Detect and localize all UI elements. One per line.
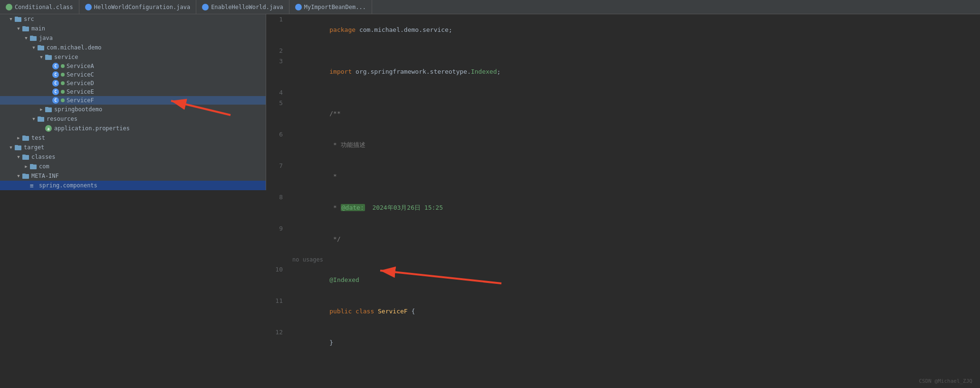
svg-rect-18: [22, 136, 26, 137]
token-semicolon-3: ;: [497, 68, 501, 75]
svg-rect-26: [22, 174, 26, 175]
sidebar-item-servicee[interactable]: C ServiceE: [0, 87, 266, 96]
code-line-6: 6 * 功能描述: [266, 129, 980, 161]
code-line-8: 8 * @date: 2024年03月26日 15:25: [266, 192, 980, 223]
token-brace-close: }: [329, 339, 333, 346]
svg-rect-7: [38, 45, 41, 47]
svg-rect-14: [38, 116, 41, 118]
code-line-3: 3 import org.springframework.stereotype.…: [266, 56, 980, 87]
chevron-com: ▼: [30, 44, 37, 51]
token-indexed-import: Indexed: [471, 68, 497, 75]
sidebar-item-springbootdemo[interactable]: ▶ springbootdemo: [0, 105, 266, 114]
sidebar-label-com2: com: [39, 163, 49, 170]
svg-text:a: a: [48, 127, 50, 131]
code-line-10: 10 @Indexed: [266, 264, 980, 296]
code-line-4: 4: [266, 87, 980, 98]
sidebar-label-target: target: [24, 144, 44, 151]
class-icon-servicea: C: [52, 63, 59, 69]
sidebar-item-app-properties[interactable]: a application.properties: [0, 124, 266, 133]
code-line-11: 11 public class ServiceF {: [266, 296, 980, 327]
chevron-target: ▼: [8, 144, 14, 151]
token-package-path: com.michael.demo.service;: [355, 26, 452, 33]
svg-rect-22: [22, 155, 26, 156]
line-content-6: * 功能描述: [292, 129, 980, 161]
folder-icon-main: [22, 25, 29, 32]
tab-enablehelloworld[interactable]: EnableHelloWorld.java: [196, 0, 289, 14]
sidebar-label-resources: resources: [47, 116, 77, 122]
line-content-8: * @date: 2024年03月26日 15:25: [292, 192, 980, 223]
sidebar-label-app-properties: application.properties: [54, 125, 130, 132]
sidebar-item-com-michael-demo[interactable]: ▼ com.michael.demo: [0, 43, 266, 52]
line-num-9: 9: [266, 223, 292, 234]
sidebar-item-com[interactable]: ▶ com: [0, 162, 266, 171]
folder-icon-meta: [22, 172, 29, 180]
token-comment-desc: * 功能描述: [329, 141, 365, 148]
folder-icon-service: [45, 53, 52, 61]
sidebar-item-java[interactable]: ▼ java: [0, 33, 266, 43]
sidebar-label-servicea: ServiceA: [67, 63, 94, 69]
sidebar-label-springbootdemo: springbootdemo: [54, 106, 102, 113]
folder-icon-test: [22, 134, 29, 142]
no-usages-text: no usages: [292, 256, 323, 263]
tab-label-myimportbean: MyImportBeanDem...: [304, 4, 366, 10]
code-line-7: 7 *: [266, 161, 980, 192]
green-dot-f: [61, 98, 65, 102]
sidebar-item-src[interactable]: ▼ src: [0, 14, 266, 24]
sidebar-item-servicef[interactable]: C ServiceF: [0, 96, 266, 105]
sidebar-item-meta-inf[interactable]: ▼ META-INF: [0, 171, 266, 181]
sidebar-item-test[interactable]: ▶ test: [0, 133, 266, 143]
folder-icon-resources: [37, 115, 45, 123]
sidebar-label-main: main: [31, 25, 45, 32]
sidebar-label-serviced: ServiceD: [67, 80, 94, 87]
chevron-classes: ▼: [15, 154, 22, 160]
svg-rect-20: [15, 145, 18, 146]
tab-label-enablehelloworld: EnableHelloWorld.java: [211, 4, 283, 10]
sidebar-label-spring-components: spring.components: [39, 182, 97, 189]
svg-rect-3: [22, 26, 26, 28]
sidebar-item-servicea[interactable]: C ServiceA: [0, 62, 266, 70]
line-num-6: 6: [266, 129, 292, 140]
sidebar-item-classes[interactable]: ▼ classes: [0, 152, 266, 162]
sidebar-item-resources[interactable]: ▼ resources: [0, 114, 266, 124]
token-brace-open: {: [408, 308, 415, 315]
line-content-5: /**: [292, 98, 980, 129]
line-content-10: @Indexed: [292, 264, 980, 296]
sidebar-label-test: test: [31, 135, 45, 141]
svg-rect-24: [30, 164, 33, 165]
code-line-9: 9 */: [266, 223, 980, 255]
tab-icon-enablehelloworld: [202, 4, 209, 10]
sidebar-label-servicee: ServiceE: [67, 88, 94, 95]
sidebar: ▼ src ▼ main ▼ java ▼ com.michael.demo: [0, 14, 266, 190]
line-content-4: [292, 87, 980, 98]
tab-helloworld[interactable]: HelloWorldConfiguration.java: [79, 0, 196, 14]
line-num-2: 2: [266, 46, 292, 56]
sidebar-item-spring-components[interactable]: ≡ spring.components: [0, 181, 266, 190]
svg-rect-1: [15, 17, 18, 18]
token-public: public: [329, 308, 352, 315]
line-num-8: 8: [266, 192, 292, 203]
class-icon-servicee: C: [52, 88, 59, 95]
folder-icon-target: [14, 144, 22, 151]
sidebar-item-serviced[interactable]: C ServiceD: [0, 79, 266, 87]
no-usages-line: no usages: [266, 255, 980, 264]
sidebar-item-target[interactable]: ▼ target: [0, 143, 266, 152]
watermark: CSDN @Michael_ZJQ: [919, 378, 972, 384]
green-dot-d: [61, 81, 65, 85]
sidebar-item-service[interactable]: ▼ service: [0, 52, 266, 62]
chevron-com2: ▶: [23, 163, 29, 170]
editor: 1 package com.michael.demo.service; 2 3 …: [266, 14, 980, 388]
line-num-10: 10: [266, 264, 292, 275]
class-icon-servicec: C: [52, 71, 59, 78]
tab-icon-myimportbean: [295, 4, 302, 10]
line-content-3: import org.springframework.stereotype.In…: [292, 56, 980, 87]
line-content-2: [292, 46, 980, 56]
line-num-4: 4: [266, 87, 292, 98]
tab-conditional[interactable]: Conditional.class: [0, 0, 79, 14]
sidebar-label-java: java: [39, 35, 53, 41]
sidebar-item-main[interactable]: ▼ main: [0, 24, 266, 33]
sidebar-label-com: com.michael.demo: [47, 44, 102, 51]
sidebar-item-servicec[interactable]: C ServiceC: [0, 70, 266, 79]
tab-myimportbean[interactable]: MyImportBeanDem...: [289, 0, 372, 14]
sidebar-label-service: service: [54, 54, 78, 60]
line-content-9: */: [292, 223, 980, 255]
